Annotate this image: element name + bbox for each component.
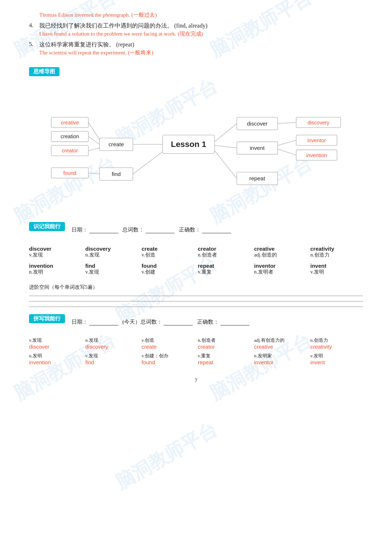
word-cn-invention: n.发明: [29, 269, 82, 275]
spell-word-invention: invention: [29, 359, 82, 365]
recognize-total-blank: [146, 227, 175, 233]
word-cn-inventor: n.发明者: [254, 269, 307, 275]
sentences-section: Thomas Edison invented the phonograph. (…: [29, 12, 363, 56]
sentence-5-cn: 这位科学家将重复进行实验。 (repeat): [39, 41, 154, 49]
word-cn-found: v.创建: [142, 269, 194, 275]
word-en-create: create: [142, 246, 194, 252]
spell-label-creator: n.创造者: [198, 337, 250, 344]
spell-label-creative: adj.有创造力的: [254, 337, 307, 344]
word-cell-discovery: discovery n.发现: [85, 243, 138, 260]
sentence-above: Thomas Edison invented the phonograph. (…: [29, 12, 363, 19]
practice-note: 进阶空间（每个单词改写5遍）: [29, 284, 363, 291]
word-en-repeat: repeat: [198, 263, 250, 269]
spell-word-find: find: [85, 359, 138, 365]
svg-text:create: create: [109, 141, 124, 147]
word-cell-inventor: inventor n.发明者: [254, 260, 307, 278]
recognize-word-grid: discover v.发现 discovery n.发现 create v.创造…: [29, 243, 363, 278]
svg-line-7: [89, 122, 100, 139]
recognize-header: 识记我能行 日期： 总词数： 正确数：: [29, 222, 363, 238]
word-cn-invent: v.发明: [310, 269, 363, 275]
spell-section: 拼写我能行 日期： (今天）总词数： 正确数： v.发现 discover n.…: [29, 314, 363, 367]
recognize-date: 日期： 总词数： 正确数：: [72, 226, 231, 233]
watermark-9: 脑洞教师平台: [111, 416, 222, 495]
spell-label-discovery: n.发现: [85, 337, 138, 344]
recognize-badge: 识记我能行: [29, 222, 65, 231]
spell-cell-repeat: v.重复 repeat: [198, 351, 250, 367]
word-en-creator: creator: [198, 246, 250, 252]
word-cn-discover: v.发现: [29, 252, 82, 258]
svg-line-16: [133, 152, 163, 174]
recognize-date-blank: [89, 227, 118, 233]
svg-text:find: find: [112, 171, 121, 177]
word-en-find: find: [85, 263, 138, 269]
spell-label-find: v.发现: [85, 353, 138, 359]
write-line-1: [29, 296, 363, 296]
spell-cell-inventor: n.发明家 inventor: [254, 351, 307, 367]
spell-label-invention: n.发明: [29, 353, 82, 359]
word-cell-invent: invent v.发明: [310, 260, 363, 278]
word-en-discovery: discovery: [85, 246, 138, 252]
sentence-5-number: 5.: [29, 41, 39, 48]
spell-word-found: found: [142, 359, 194, 365]
svg-line-37: [215, 151, 237, 178]
spell-badge: 拼写我能行: [29, 314, 65, 323]
spell-cell-discovery: n.发现 discovery: [85, 336, 138, 351]
spell-word-repeat: repeat: [198, 359, 250, 365]
word-cell-creativity: creativity n.创造力: [310, 243, 363, 260]
spell-cell-find: v.发现 find: [85, 351, 138, 367]
svg-text:creation: creation: [61, 134, 79, 139]
word-en-found: found: [142, 263, 194, 269]
svg-text:invent: invent: [250, 145, 265, 151]
page-number: 7: [29, 378, 363, 384]
svg-line-19: [89, 173, 100, 174]
svg-text:found: found: [64, 170, 77, 176]
svg-text:Lesson 1: Lesson 1: [171, 140, 206, 149]
spell-word-invent: invent: [310, 359, 363, 365]
spell-label-create: v.创造: [142, 337, 194, 344]
word-cell-repeat: repeat v.重复: [198, 260, 250, 278]
svg-text:discover: discover: [247, 120, 268, 127]
spell-cell-creator: n.创造者 creator: [198, 336, 250, 351]
spell-word-discovery: discovery: [85, 344, 138, 350]
spell-cell-creative: adj.有创造力的 creative: [254, 336, 307, 351]
spell-word-create: create: [142, 344, 194, 350]
svg-text:repeat: repeat: [249, 175, 265, 181]
word-en-creativity: creativity: [310, 246, 363, 252]
word-cell-creator: creator n.创造者: [198, 243, 250, 260]
svg-line-22: [215, 124, 237, 142]
word-cell-find: find v.发现: [85, 260, 138, 278]
spell-label-found: v.创建；创办: [142, 353, 194, 359]
word-cn-repeat: v.重复: [198, 269, 250, 275]
spell-date: 日期： (今天）总词数： 正确数：: [72, 319, 249, 325]
word-cn-creative: adj.创造的: [254, 252, 307, 258]
spell-label-repeat: v.重复: [198, 353, 250, 359]
sentence-5-en: The scientist will repeat the experiment…: [39, 49, 154, 56]
word-cell-create: create v.创造: [142, 243, 194, 260]
spell-word-creativity: creativity: [310, 344, 363, 350]
spell-cell-invent: v.发明 invent: [310, 351, 363, 367]
svg-text:invention: invention: [306, 152, 327, 158]
sentence-4-en: I have found a solution to the problem w…: [39, 30, 208, 37]
svg-line-34: [278, 149, 296, 155]
spell-total-blank: [164, 319, 193, 325]
main-content: Thomas Edison invented the phonograph. (…: [0, 0, 392, 398]
word-en-invent: invent: [310, 263, 363, 269]
word-en-inventor: inventor: [254, 263, 307, 269]
mindmap-section: 思维导图 Lesson 1 create creative c: [29, 67, 363, 211]
recognize-correct-blank: [202, 227, 231, 233]
spell-word-creator: creator: [198, 344, 250, 350]
spell-cell-create: v.创造 create: [142, 336, 194, 351]
sentence-5: 5. 这位科学家将重复进行实验。 (repeat) The scientist …: [29, 41, 363, 56]
recognize-section: 识记我能行 日期： 总词数： 正确数： discover v.发现 discov…: [29, 222, 363, 307]
spell-cell-creativity: n.创造力 creativity: [310, 336, 363, 351]
word-cell-found: found v.创建: [142, 260, 194, 278]
spell-header: 拼写我能行 日期： (今天）总词数： 正确数：: [29, 314, 363, 330]
svg-line-25: [278, 122, 296, 123]
practice-note-area: 进阶空间（每个单词改写5遍）: [29, 284, 363, 307]
spell-label-discover: v.发现: [29, 337, 82, 344]
word-cn-create: v.创造: [142, 252, 194, 258]
spell-word-inventor: inventor: [254, 359, 307, 365]
svg-line-10: [89, 136, 100, 144]
mindmap-svg: Lesson 1 create creative creation: [29, 86, 363, 210]
mindmap-container: Lesson 1 create creative creation: [29, 86, 363, 211]
